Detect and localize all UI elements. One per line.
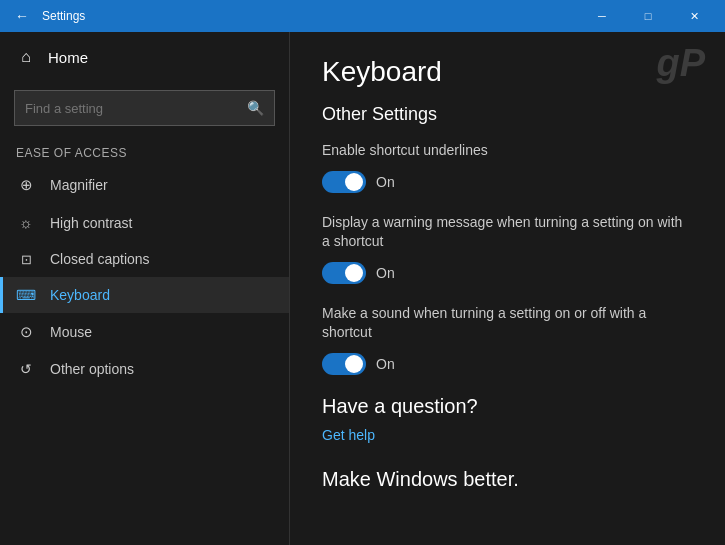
toggle-knob-3 [345, 355, 363, 373]
closed-captions-icon: ⊡ [16, 252, 36, 267]
search-box[interactable]: 🔍 [14, 90, 275, 126]
section-label: Ease of Access [0, 134, 289, 166]
warning-message-toggle[interactable] [322, 262, 366, 284]
sound-shortcut-toggle[interactable] [322, 353, 366, 375]
close-button[interactable]: ✕ [671, 0, 717, 32]
high-contrast-icon: ☼ [16, 214, 36, 231]
home-icon: ⌂ [16, 48, 36, 66]
shortcut-underlines-label: Enable shortcut underlines [322, 141, 693, 161]
window-controls: ─ □ ✕ [579, 0, 717, 32]
sidebar-item-other-options[interactable]: ↺ Other options [0, 351, 289, 387]
content-area: gP Keyboard Other Settings Enable shortc… [290, 32, 725, 545]
sidebar-home[interactable]: ⌂ Home [0, 32, 289, 82]
home-label: Home [48, 49, 88, 66]
sidebar-item-magnifier[interactable]: ⊕ Magnifier [0, 166, 289, 204]
search-icon: 🔍 [247, 100, 264, 116]
nav-label-mouse: Mouse [50, 324, 92, 340]
search-input[interactable] [25, 101, 247, 116]
shortcut-underlines-toggle-row: On [322, 171, 693, 193]
make-windows-title: Make Windows better. [322, 468, 693, 491]
toggle-knob-2 [345, 264, 363, 282]
keyboard-icon: ⌨ [16, 287, 36, 303]
sound-shortcut-toggle-state: On [376, 356, 395, 372]
title-bar: ← Settings ─ □ ✕ [0, 0, 725, 32]
nav-label-magnifier: Magnifier [50, 177, 108, 193]
warning-message-label: Display a warning message when turning a… [322, 213, 693, 252]
sidebar-item-closed-captions[interactable]: ⊡ Closed captions [0, 241, 289, 277]
window-title: Settings [42, 9, 579, 23]
nav-label-closed-captions: Closed captions [50, 251, 150, 267]
sidebar-item-high-contrast[interactable]: ☼ High contrast [0, 204, 289, 241]
page-title: Keyboard [322, 56, 693, 88]
question-section: Have a question? Get help [322, 395, 693, 444]
nav-label-keyboard: Keyboard [50, 287, 110, 303]
warning-message-toggle-row: On [322, 262, 693, 284]
back-icon: ← [15, 8, 29, 24]
other-options-icon: ↺ [16, 361, 36, 377]
nav-label-high-contrast: High contrast [50, 215, 132, 231]
shortcut-underlines-toggle[interactable] [322, 171, 366, 193]
magnifier-icon: ⊕ [16, 176, 36, 194]
other-settings-heading: Other Settings [322, 104, 693, 125]
sidebar: ⌂ Home 🔍 Ease of Access ⊕ Magnifier ☼ Hi… [0, 32, 290, 545]
minimize-button[interactable]: ─ [579, 0, 625, 32]
sidebar-item-keyboard[interactable]: ⌨ Keyboard [0, 277, 289, 313]
sound-shortcut-toggle-row: On [322, 353, 693, 375]
main-layout: ⌂ Home 🔍 Ease of Access ⊕ Magnifier ☼ Hi… [0, 32, 725, 545]
sound-shortcut-label: Make a sound when turning a setting on o… [322, 304, 693, 343]
nav-label-other-options: Other options [50, 361, 134, 377]
get-help-link[interactable]: Get help [322, 427, 375, 443]
question-title: Have a question? [322, 395, 693, 418]
back-button[interactable]: ← [8, 2, 36, 30]
toggle-knob-1 [345, 173, 363, 191]
warning-message-toggle-state: On [376, 265, 395, 281]
gp-watermark: gP [656, 42, 705, 85]
mouse-icon: ⊙ [16, 323, 36, 341]
restore-button[interactable]: □ [625, 0, 671, 32]
sidebar-item-mouse[interactable]: ⊙ Mouse [0, 313, 289, 351]
shortcut-underlines-toggle-state: On [376, 174, 395, 190]
